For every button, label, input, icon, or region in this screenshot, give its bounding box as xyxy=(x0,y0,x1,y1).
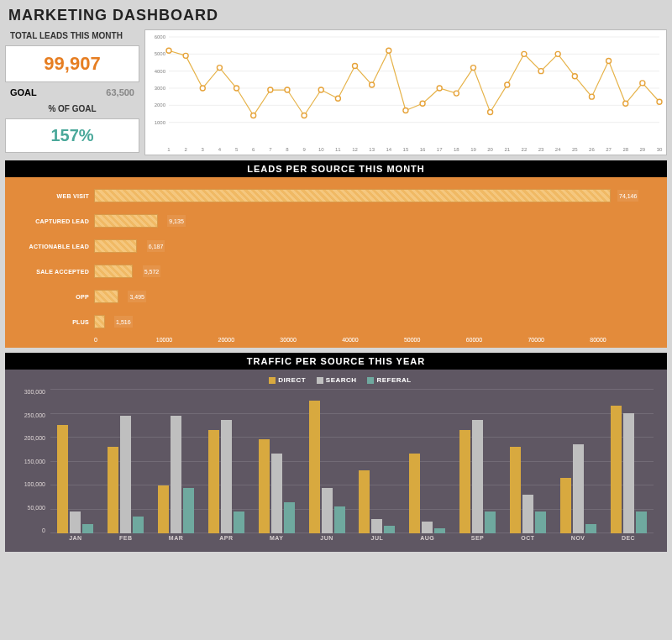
leads-source-header: LEADS PER SOURCE THIS MONTH xyxy=(5,160,667,177)
svg-point-38 xyxy=(606,58,612,63)
hbar-row: WEB VISIT 74,146 xyxy=(20,186,652,206)
bar-referal xyxy=(384,526,395,533)
bar-referal xyxy=(485,511,496,533)
svg-text:21: 21 xyxy=(504,147,510,152)
svg-text:5: 5 xyxy=(235,147,239,152)
legend-direct: DIRECT xyxy=(278,376,306,384)
bar-referal xyxy=(234,511,244,533)
svg-point-13 xyxy=(183,53,188,58)
svg-point-32 xyxy=(505,82,510,87)
total-leads-value: 99,907 xyxy=(44,53,100,74)
svg-point-16 xyxy=(234,86,239,91)
svg-text:20: 20 xyxy=(487,147,493,152)
svg-text:6: 6 xyxy=(252,147,255,152)
month-group xyxy=(352,470,402,533)
hbar-track: 6,187 xyxy=(94,239,652,253)
hbar-label: SALE ACCEPTED xyxy=(20,269,94,275)
bar-direct xyxy=(560,478,571,533)
svg-text:3: 3 xyxy=(202,147,205,152)
svg-text:29: 29 xyxy=(640,147,646,152)
svg-point-37 xyxy=(589,94,594,99)
svg-text:2000: 2000 xyxy=(155,102,166,108)
hbar-fill: 6,187 xyxy=(94,239,137,253)
svg-text:7: 7 xyxy=(269,147,272,152)
hbar-value: 6,187 xyxy=(147,240,165,252)
svg-point-17 xyxy=(251,113,256,118)
bar-search xyxy=(422,522,433,533)
bar-direct xyxy=(459,430,470,533)
hbar-track: 3,495 xyxy=(94,290,652,303)
hbar-label: ACTIONABLE LEAD xyxy=(20,244,94,249)
hbar-value: 1,516 xyxy=(114,316,133,328)
bar-referal xyxy=(334,506,345,533)
svg-text:19: 19 xyxy=(470,147,476,152)
bar-referal xyxy=(535,511,546,533)
svg-text:23: 23 xyxy=(538,147,544,152)
month-group xyxy=(603,406,654,533)
hbar-row: SALE ACCEPTED 5,572 xyxy=(20,261,652,281)
svg-point-39 xyxy=(623,101,628,106)
hbar-track: 74,146 xyxy=(94,189,652,202)
month-group xyxy=(553,444,603,533)
bar-search xyxy=(171,416,181,533)
svg-point-20 xyxy=(302,113,307,118)
top-row: TOTAL LEADS THIS MONTH 99,907 GOAL 63,50… xyxy=(5,29,667,155)
hbar-fill: 74,146 xyxy=(94,189,611,202)
bar-search xyxy=(221,420,232,533)
page-title: MARKETING DASHBOARD xyxy=(5,5,667,29)
hbar-fill: 9,135 xyxy=(94,214,158,228)
hbar-track: 5,572 xyxy=(94,265,652,278)
pct-goal-box: 157% xyxy=(5,118,139,153)
svg-point-36 xyxy=(572,74,577,79)
svg-point-41 xyxy=(657,99,662,104)
svg-point-25 xyxy=(386,48,391,53)
bar-direct xyxy=(158,485,169,533)
svg-text:14: 14 xyxy=(386,147,391,152)
hbar-row: ACTIONABLE LEAD 6,187 xyxy=(20,236,652,256)
legend-swatch-search xyxy=(317,377,323,384)
svg-text:30: 30 xyxy=(657,147,663,152)
month-group xyxy=(502,447,553,533)
svg-point-26 xyxy=(403,108,408,113)
svg-point-22 xyxy=(335,96,340,101)
bar-search xyxy=(322,488,333,533)
svg-point-33 xyxy=(522,51,527,56)
bar-search xyxy=(623,413,634,533)
svg-text:13: 13 xyxy=(369,147,375,152)
svg-point-15 xyxy=(217,66,222,71)
legend: DIRECT SEARCH REFERAL xyxy=(15,376,657,384)
svg-text:4: 4 xyxy=(218,147,222,152)
svg-text:10: 10 xyxy=(318,147,324,152)
svg-text:4000: 4000 xyxy=(155,69,166,74)
svg-point-12 xyxy=(166,48,171,53)
hbar-row: CAPTURED LEAD 9,135 xyxy=(20,211,652,231)
svg-point-35 xyxy=(555,51,560,56)
bar-referal xyxy=(133,517,144,533)
svg-text:9: 9 xyxy=(302,147,306,152)
hbar-row: OPP 3,495 xyxy=(20,286,652,307)
svg-point-27 xyxy=(420,101,425,106)
svg-point-19 xyxy=(285,87,290,92)
daily-leads-line-chart: 1000200030004000500060001234567891011121… xyxy=(144,29,667,155)
pct-goal-value: 157% xyxy=(50,126,93,144)
month-group xyxy=(402,454,453,533)
hbar-row: PLUS 1,516 xyxy=(20,312,652,332)
month-group xyxy=(101,416,151,533)
hbar-fill: 5,572 xyxy=(94,265,133,278)
bar-referal xyxy=(585,524,596,533)
bar-referal xyxy=(82,524,93,533)
svg-text:28: 28 xyxy=(622,147,628,152)
svg-point-21 xyxy=(318,87,323,92)
bar-direct xyxy=(259,439,270,533)
svg-text:16: 16 xyxy=(420,147,426,152)
bar-referal xyxy=(434,528,445,533)
bar-referal xyxy=(284,502,295,533)
hbar-fill: 3,495 xyxy=(94,290,118,303)
hbar-track: 1,516 xyxy=(94,315,652,328)
svg-text:11: 11 xyxy=(335,147,341,152)
bar-search xyxy=(120,416,131,533)
hbar-value: 74,146 xyxy=(617,190,638,202)
bar-direct xyxy=(359,470,370,533)
bar-direct xyxy=(208,430,219,533)
legend-search: SEARCH xyxy=(326,376,357,384)
